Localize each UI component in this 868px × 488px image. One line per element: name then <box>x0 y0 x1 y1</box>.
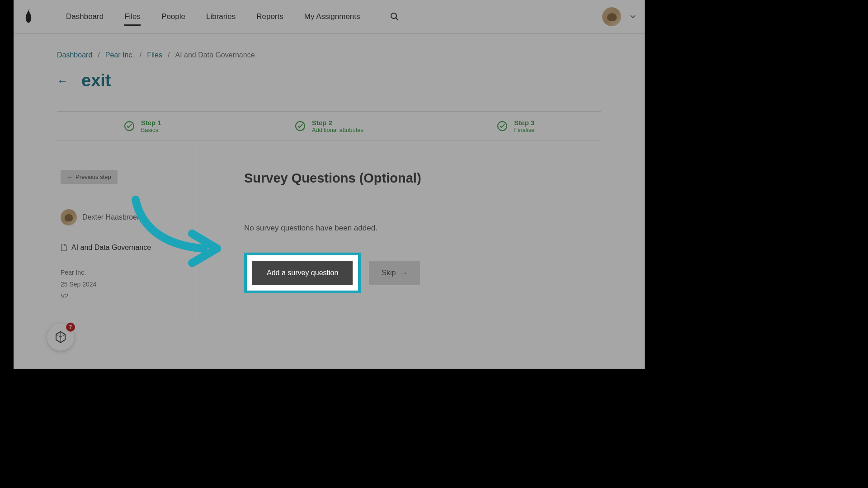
user-row: Dexter Haasbroek <box>61 209 196 225</box>
help-widget[interactable]: 7 <box>47 324 74 351</box>
exit-link[interactable]: exit <box>81 71 111 90</box>
nav-right <box>602 7 636 26</box>
step-text: Step 3 Finalise <box>514 119 534 133</box>
chevron-down-icon[interactable] <box>630 15 636 19</box>
author-name: Dexter Haasbroek <box>82 213 141 221</box>
step-text: Step 2 Additional attributes <box>312 119 363 133</box>
nav-reports[interactable]: Reports <box>256 1 283 32</box>
nav-assignments[interactable]: My Assignments <box>304 1 360 32</box>
document-name: AI and Data Governance <box>71 244 151 252</box>
main-panel: Survey Questions (Optional) No survey qu… <box>196 141 601 322</box>
step-3[interactable]: Step 3 Finalise <box>497 119 534 133</box>
breadcrumb-sep: / <box>140 51 142 59</box>
user-avatar[interactable] <box>602 7 621 26</box>
add-survey-question-button[interactable]: Add a survey question <box>252 261 353 285</box>
step-subtitle: Basics <box>141 127 161 133</box>
step-subtitle: Finalise <box>514 127 534 133</box>
nav-files[interactable]: Files <box>124 1 141 32</box>
skip-button[interactable]: Skip → <box>369 261 420 285</box>
widget-badge-count: 7 <box>66 323 75 332</box>
app-container: Dashboard Files People Libraries Reports… <box>14 0 645 369</box>
step-title: Step 3 <box>514 119 534 127</box>
button-row: Add a survey question Skip → <box>244 253 601 293</box>
panel-title: Survey Questions (Optional) <box>244 171 601 186</box>
step-text: Step 1 Basics <box>141 119 161 133</box>
nav-dashboard[interactable]: Dashboard <box>66 1 104 32</box>
nav-libraries[interactable]: Libraries <box>206 1 236 32</box>
step-subtitle: Additional attributes <box>312 127 363 133</box>
step-title: Step 2 <box>312 119 363 127</box>
breadcrumb-company[interactable]: Pear Inc. <box>105 51 134 59</box>
breadcrumb-files[interactable]: Files <box>147 51 162 59</box>
arrow-right-icon: → <box>400 269 407 277</box>
previous-step-button[interactable]: ← Previous step <box>61 170 118 184</box>
sidebar: ← Previous step Dexter Haasbroek AI and … <box>57 141 196 322</box>
breadcrumb-sep: / <box>168 51 170 59</box>
breadcrumb-dashboard[interactable]: Dashboard <box>57 51 92 59</box>
breadcrumb-current: AI and Data Governance <box>175 51 255 59</box>
top-nav: Dashboard Files People Libraries Reports… <box>14 0 645 34</box>
back-arrow-icon[interactable]: ← <box>57 75 68 87</box>
panel-subtitle: No survey questions have been added. <box>244 224 601 233</box>
step-title: Step 1 <box>141 119 161 127</box>
check-circle-icon <box>295 121 306 131</box>
doc-row: AI and Data Governance <box>61 244 196 252</box>
author-avatar <box>61 209 77 225</box>
breadcrumb-sep: / <box>98 51 99 59</box>
check-circle-icon <box>124 121 135 131</box>
exit-row: ← exit <box>57 71 601 90</box>
highlight-callout: Add a survey question <box>244 253 361 293</box>
svg-line-1 <box>396 18 398 20</box>
skip-label: Skip <box>382 269 396 277</box>
step-2[interactable]: Step 2 Additional attributes <box>295 119 363 133</box>
widget-logo-icon <box>54 331 67 343</box>
document-date: 25 Sep 2024 <box>61 281 196 288</box>
company-name: Pear Inc. <box>61 269 196 276</box>
document-icon <box>61 244 67 251</box>
logo-icon <box>23 9 34 24</box>
prev-step-label: Previous step <box>75 174 111 180</box>
search-icon[interactable] <box>390 12 399 21</box>
content: Dashboard / Pear Inc. / Files / AI and D… <box>14 34 645 322</box>
breadcrumb: Dashboard / Pear Inc. / Files / AI and D… <box>57 51 601 59</box>
step-1[interactable]: Step 1 Basics <box>124 119 161 133</box>
document-version: V2 <box>61 292 196 300</box>
svg-point-0 <box>391 13 396 19</box>
main-area: ← Previous step Dexter Haasbroek AI and … <box>57 141 601 322</box>
nav-people[interactable]: People <box>161 1 185 32</box>
arrow-left-icon: ← <box>67 174 73 180</box>
nav-items: Dashboard Files People Libraries Reports… <box>66 1 602 32</box>
check-circle-icon <box>497 121 508 131</box>
steps-container: Step 1 Basics Step 2 Additional attribut… <box>57 111 601 141</box>
